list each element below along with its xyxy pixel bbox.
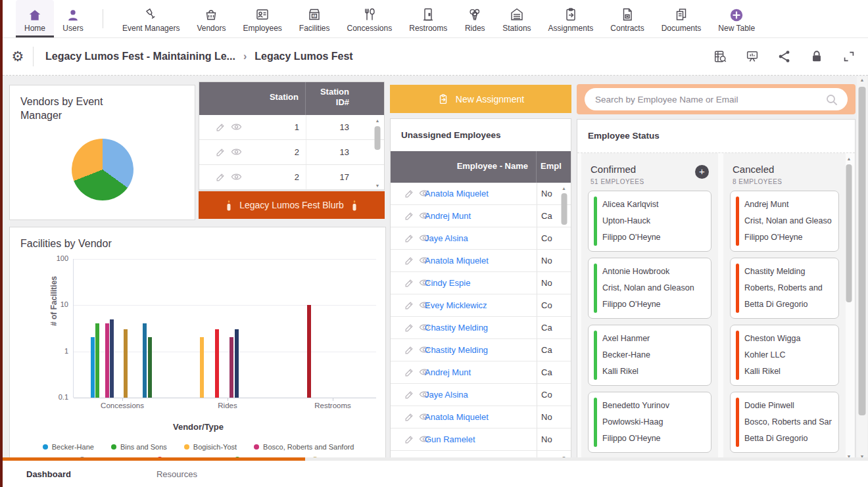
scrollbar-thumb[interactable] bbox=[859, 87, 866, 415]
edit-pencil-icon[interactable] bbox=[404, 390, 414, 400]
scroll-up-icon[interactable]: ▲ bbox=[860, 78, 865, 82]
legacy-lumos-fest-blurb-button[interactable]: Legacy Lumos Fest Blurb bbox=[199, 191, 385, 219]
employee-status-column-header[interactable]: Empl bbox=[537, 151, 571, 183]
edit-pencil-icon[interactable] bbox=[404, 256, 414, 266]
nav-item-concessions[interactable]: Concessions bbox=[339, 0, 401, 37]
employee-card[interactable]: Cheston WiggaKohler LLCKalli Rikel bbox=[730, 325, 839, 386]
scrollbar-thumb[interactable] bbox=[375, 126, 381, 150]
report-search-icon[interactable] bbox=[713, 49, 727, 64]
nav-item-employees[interactable]: Employees bbox=[234, 0, 290, 37]
station-column-header[interactable]: Station bbox=[199, 82, 306, 115]
employee-name-link[interactable]: Anatola Miquelet bbox=[425, 189, 537, 198]
nav-item-rides[interactable]: Rides bbox=[456, 0, 494, 37]
employee-name-link[interactable]: Anatola Miquelet bbox=[425, 412, 537, 422]
view-eye-icon[interactable] bbox=[231, 122, 241, 133]
view-eye-icon[interactable] bbox=[231, 172, 241, 183]
add-card-button[interactable]: + bbox=[695, 165, 709, 179]
employee-name-link[interactable]: Cindy Espie bbox=[425, 278, 537, 288]
employee-name-link[interactable]: Jaye Alsina bbox=[425, 233, 537, 243]
tab-resources[interactable]: Resources bbox=[157, 469, 197, 479]
employee-name-link[interactable]: Anatola Miquelet bbox=[425, 256, 537, 266]
employee-search-input[interactable] bbox=[585, 88, 848, 110]
bar-concessions[interactable] bbox=[143, 323, 147, 398]
employee-card[interactable]: Axel HanmerBecker-HaneKalli Rikel bbox=[588, 325, 711, 386]
nav-item-vendors[interactable]: Vendors bbox=[188, 0, 234, 37]
scrollbar-thumb[interactable] bbox=[846, 164, 852, 302]
nav-item-home[interactable]: Home bbox=[16, 0, 54, 37]
scroll-up-icon[interactable]: ▲ bbox=[375, 118, 380, 123]
bar-concessions[interactable] bbox=[91, 337, 95, 398]
bar-concessions[interactable] bbox=[110, 319, 114, 398]
nav-item-users[interactable]: Users bbox=[54, 0, 92, 37]
legend-item[interactable]: Bosco, Roberts and Sanford bbox=[254, 443, 354, 451]
legend-item[interactable]: Becker-Hane bbox=[43, 443, 94, 451]
bar-rides[interactable] bbox=[215, 329, 219, 398]
edit-pencil-icon[interactable] bbox=[404, 412, 414, 423]
station-id-column-header[interactable]: StationID# bbox=[306, 82, 356, 115]
share-icon[interactable] bbox=[777, 49, 792, 64]
nav-item-new-table[interactable]: New Table bbox=[710, 0, 763, 37]
employee-card[interactable]: Benedetto YurinovPowlowski-HaagFilippo O… bbox=[588, 392, 711, 453]
edit-pencil-icon[interactable] bbox=[404, 345, 414, 356]
legend-item[interactable]: Bogisich-Yost bbox=[184, 443, 237, 451]
nav-item-contracts[interactable]: Contracts bbox=[602, 0, 652, 37]
scroll-up-icon[interactable]: ▲ bbox=[847, 156, 852, 161]
edit-pencil-icon[interactable] bbox=[404, 189, 414, 199]
scroll-down-icon[interactable]: ▼ bbox=[375, 183, 380, 188]
presentation-icon[interactable] bbox=[745, 49, 760, 64]
view-eye-icon[interactable] bbox=[231, 147, 241, 158]
employee-card[interactable]: Alicea KarlqvistUpton-HauckFilippo O'Hey… bbox=[588, 191, 711, 252]
nav-item-assignments[interactable]: Assignments bbox=[540, 0, 602, 37]
lock-icon[interactable] bbox=[809, 49, 824, 64]
edit-pencil-icon[interactable] bbox=[215, 122, 226, 133]
bar-rides[interactable] bbox=[200, 337, 204, 398]
scroll-up-icon[interactable]: ▲ bbox=[562, 186, 566, 191]
edit-pencil-icon[interactable] bbox=[404, 211, 414, 221]
stations-table-scrollbar[interactable]: ▲ ▼ bbox=[372, 117, 383, 189]
employee-card[interactable]: Andrej MuntCrist, Nolan and GleasonFilip… bbox=[730, 191, 839, 252]
expand-icon[interactable] bbox=[842, 49, 856, 64]
unassigned-table-scrollbar[interactable]: ▲ ▼ bbox=[559, 185, 569, 461]
employee-name-link[interactable]: Gun Ramelet bbox=[425, 434, 537, 444]
nav-item-stations[interactable]: Stations bbox=[494, 0, 539, 37]
employee-name-link[interactable]: Chastity Melding bbox=[425, 323, 537, 333]
dashboard-vertical-scrollbar[interactable]: ▲ ▼ bbox=[857, 76, 867, 460]
nav-item-documents[interactable]: Documents bbox=[653, 0, 710, 37]
vendors-pie-chart[interactable] bbox=[72, 139, 133, 200]
employee-card[interactable]: Antonie HowbrookCrist, Nolan and Gleason… bbox=[588, 258, 711, 319]
scrollbar-thumb[interactable] bbox=[561, 193, 567, 225]
gear-icon[interactable]: ⚙ bbox=[3, 49, 33, 64]
employee-name-link[interactable]: Andrej Munt bbox=[425, 211, 537, 221]
edit-pencil-icon[interactable] bbox=[215, 172, 226, 183]
edit-pencil-icon[interactable] bbox=[404, 323, 414, 333]
employee-name-link[interactable]: Jaye Alsina bbox=[425, 390, 537, 400]
edit-pencil-icon[interactable] bbox=[404, 434, 414, 445]
employee-name-link[interactable]: Evey Micklewicz bbox=[425, 300, 537, 310]
edit-pencil-icon[interactable] bbox=[404, 278, 414, 289]
bar-concessions[interactable] bbox=[124, 329, 128, 398]
bar-concessions[interactable] bbox=[105, 323, 109, 398]
bar-rides[interactable] bbox=[229, 337, 233, 398]
tab-dashboard[interactable]: Dashboard bbox=[26, 469, 71, 479]
edit-pencil-icon[interactable] bbox=[404, 367, 414, 378]
bar-concessions[interactable] bbox=[95, 323, 99, 398]
bar-restrooms[interactable] bbox=[307, 305, 311, 398]
app-title[interactable]: Legacy Lumos Fest - Maintaining Le... bbox=[45, 51, 235, 62]
nav-item-restrooms[interactable]: Restrooms bbox=[400, 0, 456, 37]
search-icon[interactable] bbox=[825, 93, 838, 106]
employee-name-link[interactable]: Chastity Melding bbox=[425, 345, 537, 355]
edit-pencil-icon[interactable] bbox=[404, 233, 414, 244]
edit-pencil-icon[interactable] bbox=[404, 300, 414, 311]
new-assignment-button[interactable]: New Assignment bbox=[390, 85, 571, 113]
bar-rides[interactable] bbox=[235, 329, 239, 398]
employee-name-column-header[interactable]: Employee - Name bbox=[391, 151, 537, 183]
legend-item[interactable]: Bins and Sons bbox=[111, 443, 167, 451]
employee-name-link[interactable]: Andrej Munt bbox=[425, 367, 537, 377]
nav-item-event-managers[interactable]: Event Managers bbox=[114, 0, 188, 37]
edit-pencil-icon[interactable] bbox=[215, 147, 226, 158]
nav-item-facilities[interactable]: AFacilities bbox=[291, 0, 339, 37]
employee-card[interactable]: Dodie PinwellBosco, Roberts and SanfordB… bbox=[730, 392, 839, 453]
kanban-scrollbar[interactable]: ▲ ▼ bbox=[844, 155, 854, 460]
bar-concessions[interactable] bbox=[148, 337, 152, 398]
employee-card[interactable]: Chastity MeldingRoberts, Roberts andBett… bbox=[730, 258, 839, 319]
